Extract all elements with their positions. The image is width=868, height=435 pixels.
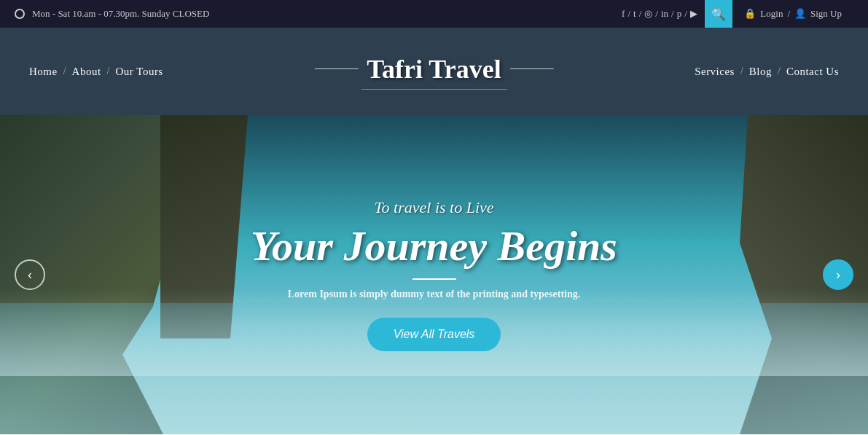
logo-dash-left — [314, 68, 358, 69]
logo-dash-right — [510, 68, 554, 69]
top-bar-right-wrapper: f / t / ◎ / in / p / ▶ 🔍 🔒 Login / 👤 Sig… — [622, 0, 853, 28]
hero-title: Your Journey Begins — [251, 223, 617, 270]
hero-cta-button[interactable]: View All Travels — [367, 318, 501, 351]
business-hours: Mon - Sat 10.am - 07.30pm. Sunday CLOSED — [32, 8, 209, 20]
hero-divider — [413, 278, 456, 280]
auth-sep: / — [787, 8, 790, 20]
chevron-left-icon: ‹ — [28, 267, 32, 283]
social-twitter[interactable]: t — [633, 8, 636, 20]
nav-right: Services / Blog / Contact Us — [695, 66, 839, 78]
sep5: / — [684, 8, 687, 20]
nav-our-tours[interactable]: Our Tours — [115, 66, 163, 78]
site-logo-title: Tafri Travel — [367, 54, 501, 85]
navbar: Home / About / Our Tours Tafri Travel Se… — [0, 28, 868, 115]
logo-line: Tafri Travel — [314, 54, 553, 85]
nav-sep-2: / — [107, 66, 110, 77]
hero-section: ‹ To travel is to Live Your Journey Begi… — [0, 115, 868, 434]
logo-area: Tafri Travel — [314, 54, 553, 90]
nav-sep-3: / — [740, 66, 743, 77]
carousel-next-button[interactable]: › — [823, 259, 853, 290]
nav-blog[interactable]: Blog — [749, 66, 772, 78]
social-linkedin[interactable]: in — [661, 8, 668, 20]
social-instagram[interactable]: ◎ — [644, 8, 652, 20]
sep2: / — [639, 8, 642, 20]
chevron-right-icon: › — [836, 267, 840, 283]
nav-sep-4: / — [778, 66, 781, 77]
nav-home[interactable]: Home — [29, 66, 58, 78]
nav-services[interactable]: Services — [695, 66, 735, 78]
hero-content: To travel is to Live Your Journey Begins… — [222, 198, 646, 351]
top-bar: Mon - Sat 10.am - 07.30pm. Sunday CLOSED… — [0, 0, 868, 28]
signup-link[interactable]: Sign Up — [810, 8, 842, 20]
hero-description: Lorem Ipsum is simply dummy text of the … — [251, 289, 617, 300]
social-links: f / t / ◎ / in / p / ▶ — [622, 8, 705, 20]
top-bar-left: Mon - Sat 10.am - 07.30pm. Sunday CLOSED — [15, 8, 209, 20]
logo-underline — [361, 89, 507, 90]
clock-icon — [15, 9, 25, 19]
nav-sep-1: / — [63, 66, 66, 77]
search-button[interactable]: 🔍 — [705, 0, 732, 28]
login-link[interactable]: Login — [760, 8, 783, 20]
auth-links: 🔒 Login / 👤 Sign Up — [732, 8, 853, 20]
sep3: / — [655, 8, 658, 20]
nav-about[interactable]: About — [72, 66, 101, 78]
carousel-prev-button[interactable]: ‹ — [15, 259, 45, 290]
social-pinterest[interactable]: p — [677, 8, 682, 20]
social-youtube[interactable]: ▶ — [690, 8, 697, 20]
nav-left: Home / About / Our Tours — [29, 66, 163, 78]
sep1: / — [627, 8, 630, 20]
social-facebook[interactable]: f — [622, 8, 625, 20]
sep4: / — [671, 8, 674, 20]
hero-subtitle: To travel is to Live — [251, 198, 617, 217]
nav-contact[interactable]: Contact Us — [786, 66, 839, 78]
